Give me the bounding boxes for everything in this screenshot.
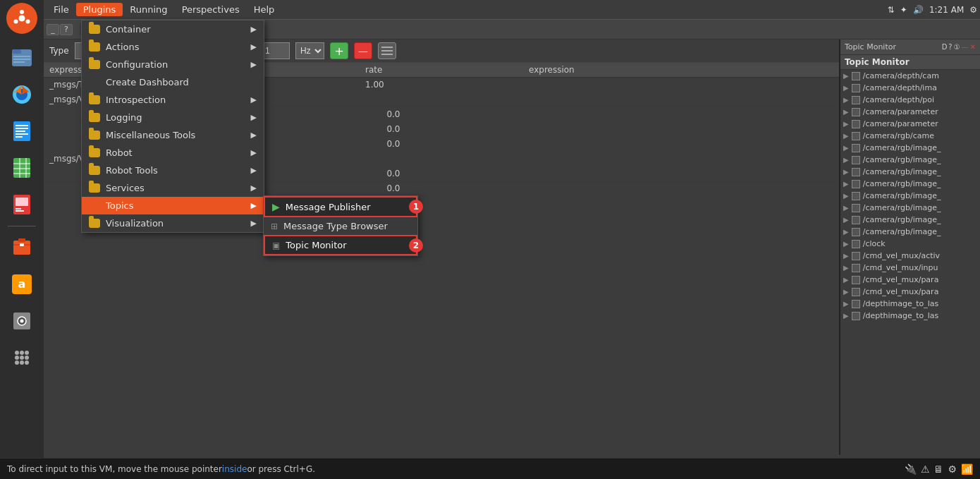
list-item[interactable]: ▶/camera/rgb/image_ [840, 214, 980, 226]
checkbox[interactable] [852, 156, 860, 164]
freq-input[interactable] [262, 42, 290, 59]
menu-help[interactable]: Help [247, 3, 282, 16]
menu-robot-tools[interactable]: Robot Tools ▶ [82, 162, 264, 179]
list-item[interactable]: ▶/camera/rgb/came [840, 130, 980, 142]
list-item[interactable]: ▶/camera/rgb/image_ [840, 226, 980, 238]
checkbox[interactable] [852, 252, 860, 260]
list-item[interactable]: ▶/camera/rgb/image_ [840, 190, 980, 202]
checkbox[interactable] [852, 228, 860, 236]
list-item[interactable]: ▶/camera/rgb/image_ [840, 142, 980, 154]
checkbox[interactable] [852, 108, 860, 116]
tm-help2[interactable]: ? [948, 43, 952, 51]
tm-close[interactable]: — [962, 43, 969, 51]
svg-point-40 [15, 356, 19, 360]
list-item[interactable]: ▶/camera/rgb/image_ [840, 202, 980, 214]
menu-logging[interactable]: Logging ▶ [82, 109, 264, 126]
list-item[interactable]: ▶/camera/rgb/image_ [840, 166, 980, 178]
checkbox[interactable] [852, 180, 860, 188]
submenu-topic-monitor[interactable]: ▣ Topic Monitor 2 [264, 235, 417, 255]
list-item[interactable]: ▶/cmd_vel_mux/inpu [840, 262, 980, 274]
checkbox[interactable] [852, 192, 860, 200]
checkbox[interactable] [852, 276, 860, 284]
minimize-btn[interactable]: _ [47, 24, 59, 35]
svg-rect-17 [16, 136, 23, 138]
menu-actions[interactable]: Actions ▶ [82, 38, 264, 56]
checkbox[interactable] [852, 72, 860, 80]
checkbox[interactable] [852, 204, 860, 212]
menu-plugins[interactable]: Plugins [76, 3, 123, 16]
list-item[interactable]: ▶/cmd_vel_mux/para [840, 286, 980, 298]
checkbox[interactable] [852, 144, 860, 152]
folder-icon [89, 219, 100, 228]
topic-monitor-panel: Topic Monitor D ? ① — ✕ Topic Monitor ▶/… [839, 40, 980, 455]
help-btn[interactable]: ? [60, 24, 73, 35]
libreoffice-calc-icon[interactable] [5, 151, 39, 185]
topic-name: /camera/rgb/image_ [863, 143, 941, 152]
add-btn[interactable]: + [330, 42, 348, 59]
checkbox[interactable] [852, 84, 860, 92]
list-item[interactable]: ▶/camera/depth/poi [840, 94, 980, 106]
menu-topics-label: Topics [106, 200, 133, 211]
list-item[interactable]: ▶/camera/parameter [840, 106, 980, 118]
libreoffice-impress-icon[interactable] [5, 188, 39, 222]
checkbox[interactable] [852, 216, 860, 224]
checkbox[interactable] [852, 132, 860, 140]
settings-icon[interactable]: ⚙ [969, 5, 977, 15]
menu-services[interactable]: Services ▶ [82, 179, 264, 197]
system-tools-icon[interactable] [5, 304, 39, 338]
menu-robot[interactable]: Robot ▶ [82, 144, 264, 162]
svg-rect-9 [13, 61, 25, 63]
list-item[interactable]: ▶/camera/depth/cam [840, 70, 980, 82]
grid-icon[interactable] [5, 341, 39, 375]
msg-cell-rate: 1.00 [360, 78, 523, 91]
menu-misc-tools[interactable]: Miscellaneous Tools ▶ [82, 126, 264, 144]
tm-help[interactable]: D [942, 43, 948, 51]
menu-topics[interactable]: Topics ▶ ▶ Message Publisher 1 ⊞ Message… [82, 197, 264, 214]
menu-configuration[interactable]: Configuration ▶ [82, 56, 264, 73]
amazon-icon[interactable]: a [5, 267, 39, 301]
menu-introspection[interactable]: Introspection ▶ [82, 91, 264, 109]
checkbox[interactable] [852, 240, 860, 248]
list-item[interactable]: ▶/camera/rgb/image_ [840, 178, 980, 190]
list-item[interactable]: ▶/depthimage_to_las [840, 310, 980, 322]
menu-visualization[interactable]: Visualization ▶ [82, 214, 264, 232]
tm-help3[interactable]: ① [954, 43, 960, 51]
list-item[interactable]: ▶/camera/parameter [840, 118, 980, 130]
options-btn[interactable] [378, 42, 396, 59]
list-item[interactable]: ▶/camera/rgb/image_ [840, 154, 980, 166]
arrow-icon: ▶ [843, 192, 849, 200]
menu-running[interactable]: Running [123, 3, 174, 16]
list-item[interactable]: ▶/cmd_vel_mux/activ [840, 250, 980, 262]
menu-container[interactable]: Container ▶ [82, 20, 264, 38]
submenu-message-type-browser[interactable]: ⊞ Message Type Browser [264, 217, 417, 235]
checkbox[interactable] [852, 96, 860, 104]
checkbox[interactable] [852, 168, 860, 176]
files-icon[interactable] [5, 41, 39, 75]
msg-cell-e [541, 108, 839, 121]
checkbox[interactable] [852, 264, 860, 272]
arrow-right-icon: ▶ [251, 25, 257, 34]
checkbox[interactable] [852, 120, 860, 128]
status-link[interactable]: inside [222, 464, 247, 474]
arrow-icon: ▶ [843, 180, 849, 188]
folder-icon [89, 60, 100, 69]
list-item[interactable]: ▶/cmd_vel_mux/para [840, 274, 980, 286]
freq-select[interactable]: Hz [295, 42, 324, 59]
list-item[interactable]: ▶/clock [840, 238, 980, 250]
checkbox[interactable] [852, 300, 860, 308]
topic-name: /camera/rgb/image_ [863, 215, 941, 224]
toolbox-icon[interactable] [5, 231, 39, 265]
submenu-message-publisher[interactable]: ▶ Message Publisher 1 [264, 196, 417, 217]
checkbox[interactable] [852, 312, 860, 320]
remove-btn[interactable]: — [354, 42, 372, 59]
tm-close2[interactable]: ✕ [970, 43, 976, 51]
libreoffice-writer-icon[interactable] [5, 114, 39, 148]
list-item[interactable]: ▶/depthimage_to_las [840, 298, 980, 310]
list-item[interactable]: ▶/camera/depth/ima [840, 82, 980, 94]
checkbox[interactable] [852, 288, 860, 296]
menu-file[interactable]: File [47, 3, 76, 16]
menu-create-dashboard[interactable]: Create Dashboard [82, 73, 264, 91]
ubuntu-icon[interactable] [6, 3, 37, 34]
firefox-icon[interactable] [5, 78, 39, 111]
menu-perspectives[interactable]: Perspectives [175, 3, 247, 16]
